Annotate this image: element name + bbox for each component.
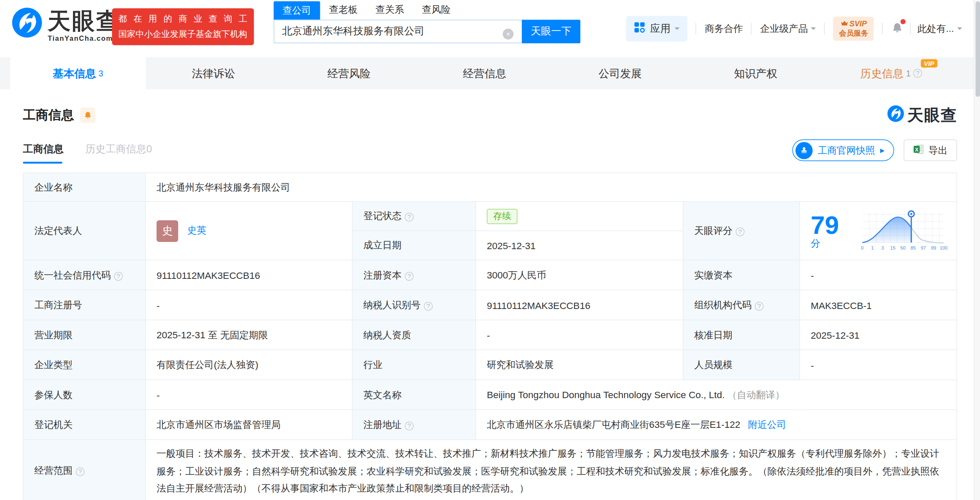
field-label: 企业类型 <box>23 350 146 380</box>
help-icon[interactable]: ? <box>76 467 85 476</box>
help-icon[interactable]: ? <box>114 272 123 281</box>
logo-swirl-icon <box>887 105 904 125</box>
apps-menu[interactable]: 应用 <box>627 16 688 42</box>
search-button[interactable]: 天眼一下 <box>522 20 580 44</box>
business-info-table: 企业名称 北京通州东华科技服务有限公司 法定代表人 史 史英 登记状态? 存续 … <box>23 173 957 500</box>
tab-legal-proceedings[interactable]: 法律诉讼 <box>146 57 282 89</box>
taxpayer-quality-value: - <box>476 320 683 350</box>
notifications-bell-icon[interactable] <box>891 22 904 37</box>
table-row: 工商注册号 - 纳税人识别号? 91110112MAK3ECCB16 组织机构代… <box>23 290 957 320</box>
taxpayer-id-value: 91110112MAK3ECCB16 <box>476 290 683 320</box>
export-button[interactable]: X 导出 <box>904 140 957 161</box>
clear-search-icon[interactable]: × <box>503 29 514 40</box>
excel-icon: X <box>913 144 924 157</box>
field-label: 人员规模 <box>683 350 800 380</box>
svg-text:50: 50 <box>900 245 906 250</box>
field-label: 登记机关 <box>23 410 146 440</box>
reg-status-cell: 存续 <box>476 202 683 231</box>
user-menu[interactable]: 此处有... <box>917 22 962 35</box>
field-label: 行业 <box>352 350 476 380</box>
tab-intellectual-property[interactable]: 知识产权 <box>688 57 824 89</box>
help-icon[interactable]: ? <box>736 228 745 236</box>
approval-date-value: 2025-12-31 <box>800 320 957 350</box>
svg-text:3: 3 <box>881 245 884 250</box>
page: 天眼查 TianYanCha.com 都 在 用 的 商 业 查 询 工 具 国… <box>0 0 980 500</box>
reg-authority-value: 北京市通州区市场监督管理局 <box>146 410 353 440</box>
promo-line1: 都 在 用 的 商 业 查 询 工 具 <box>118 14 248 25</box>
tab-business-info[interactable]: 经营信息 <box>417 57 553 89</box>
subtab-history-business-info[interactable]: 历史工商信息0 <box>85 142 152 163</box>
business-info-card: 工商信息 天眼查 工商信息 历史工商信息0 <box>10 89 970 500</box>
nav-cooperation[interactable]: 商务合作 <box>705 22 743 35</box>
tab-count: 3 <box>98 68 103 78</box>
tab-history-info[interactable]: 历史信息 1 ? VIP <box>823 57 959 89</box>
english-name-cell: Beijing Tongzhou Donghua Technology Serv… <box>476 380 957 410</box>
table-row: 法定代表人 史 史英 登记状态? 存续 天眼评分? 79 分 <box>23 202 957 231</box>
search-tab-relation[interactable]: 查关系 <box>367 4 413 20</box>
help-icon[interactable]: ? <box>755 301 764 310</box>
legal-rep-link[interactable]: 史英 <box>187 225 206 236</box>
business-term-value: 2025-12-31 至 无固定期限 <box>146 320 353 350</box>
svg-text:15: 15 <box>890 245 896 250</box>
reg-number-value: - <box>146 290 353 320</box>
svip-membership-button[interactable]: SVIP 会员服务 <box>833 17 874 41</box>
avatar: 史 <box>157 220 178 242</box>
subscribe-bell-icon[interactable] <box>80 107 95 123</box>
notification-dot <box>901 19 906 24</box>
help-icon[interactable]: ? <box>424 301 433 310</box>
chevron-down-icon <box>957 28 962 33</box>
apps-grid-icon <box>634 22 646 36</box>
company-name-value: 北京通州东华科技服务有限公司 <box>146 173 957 202</box>
apps-label: 应用 <box>650 22 670 36</box>
brand-name: 天眼查 <box>48 7 120 35</box>
table-row: 参保人数 - 英文名称 Beijing Tongzhou Donghua Tec… <box>23 380 957 410</box>
svg-text:0: 0 <box>861 245 863 250</box>
tab-company-development[interactable]: 公司发展 <box>552 57 688 89</box>
field-label: 天眼评分? <box>683 202 800 260</box>
tab-operation-risk[interactable]: 经营风险 <box>281 57 417 89</box>
table-row: 登记机关 北京市通州区市场监督管理局 注册地址? 北京市通州区永乐店镇柴厂屯村商… <box>23 410 957 440</box>
score-value: 79 <box>811 211 839 239</box>
chevron-down-icon <box>675 28 680 33</box>
field-label: 营业期限 <box>23 320 146 350</box>
tab-count: 1 <box>906 68 911 78</box>
field-label: 法定代表人 <box>23 202 146 260</box>
tianyancha-watermark: 天眼查 <box>887 104 957 126</box>
tab-basic-info[interactable]: 基本信息 3 <box>10 57 146 89</box>
field-label: 成立日期 <box>352 231 476 260</box>
paid-capital-value: - <box>800 260 957 290</box>
nav-enterprise[interactable]: 企业级产品 <box>760 22 816 35</box>
table-row: 经营范围? 一般项目：技术服务、技术开发、技术咨询、技术交流、技术转让、技术推广… <box>23 440 957 500</box>
auto-translate-note: （自动翻译） <box>728 389 785 400</box>
help-icon[interactable]: ? <box>405 421 414 430</box>
tianyancha-logo[interactable]: 天眼查 TianYanCha.com <box>11 7 120 42</box>
company-type-value: 有限责任公司(法人独资) <box>146 350 353 380</box>
subtab-business-info[interactable]: 工商信息 <box>23 142 64 163</box>
nearby-companies-link[interactable]: 附近公司 <box>748 419 786 430</box>
table-row: 企业类型 有限责任公司(法人独资) 行业 研究和试验发展 人员规模 - <box>23 350 957 380</box>
chevron-down-icon <box>811 28 816 33</box>
table-row: 企业名称 北京通州东华科技服务有限公司 <box>23 173 957 202</box>
field-label: 英文名称 <box>352 380 476 410</box>
brand-domain: TianYanCha.com <box>48 34 120 42</box>
search-tab-risk[interactable]: 查风险 <box>413 4 460 20</box>
score-cell: 79 分 <box>800 202 957 260</box>
search-tab-boss[interactable]: 查老板 <box>320 4 367 20</box>
field-label: 经营范围? <box>23 440 146 500</box>
scrollbar-thumb[interactable] <box>975 1 980 97</box>
scrollbar[interactable] <box>974 0 980 500</box>
promo-banner: 都 在 用 的 商 业 查 询 工 具 国家中小企业发展子基金旗下机构 <box>112 8 254 45</box>
field-label: 纳税人资质 <box>352 320 476 350</box>
legal-rep-cell: 史 史英 <box>146 202 353 260</box>
vip-badge: VIP <box>921 59 937 68</box>
help-icon[interactable]: ? <box>913 69 922 78</box>
search-tab-company[interactable]: 查公司 <box>274 1 320 20</box>
help-icon[interactable]: ? <box>405 213 414 222</box>
search-tabs: 查公司 查老板 查关系 查风险 <box>274 3 580 20</box>
status-badge: 存续 <box>487 208 518 224</box>
search-input[interactable] <box>274 20 522 44</box>
field-label: 登记状态? <box>352 202 476 231</box>
official-snapshot-button[interactable]: 工商官网快照 ▶ <box>792 140 894 161</box>
industry-value: 研究和试验发展 <box>476 350 683 380</box>
help-icon[interactable]: ? <box>405 272 414 281</box>
